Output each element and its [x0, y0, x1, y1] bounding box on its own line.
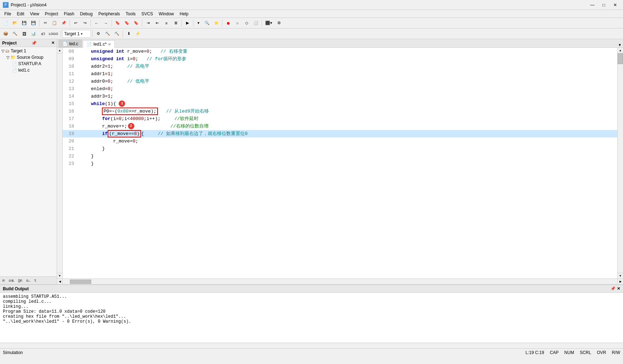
- tab-led1c[interactable]: 📄 led1.c* ✕: [83, 40, 115, 48]
- dropdown-btn[interactable]: ▾: [195, 19, 202, 27]
- flash-btn[interactable]: ⚡: [134, 30, 142, 38]
- align-btn[interactable]: ≡: [162, 19, 171, 27]
- proj-btn4[interactable]: 📊: [29, 30, 38, 38]
- scroll-up-btn[interactable]: ▲: [57, 48, 62, 53]
- bookmark3-btn[interactable]: 🔖: [132, 19, 140, 27]
- run-btn[interactable]: ▶: [183, 19, 192, 27]
- nav-back-btn[interactable]: ←: [92, 19, 101, 27]
- paste-btn[interactable]: 📌: [60, 19, 68, 27]
- target-opts-btn[interactable]: ⚙: [94, 30, 103, 38]
- minimize-button[interactable]: —: [587, 1, 597, 9]
- menu-svcs[interactable]: SVCS: [139, 10, 156, 18]
- new-file-btn[interactable]: 📄: [1, 19, 10, 27]
- fn-pane-btn[interactable]: {}F.: [17, 276, 24, 285]
- menu-debug[interactable]: Debug: [77, 10, 96, 18]
- line-number: 16: [63, 108, 77, 115]
- outdent-btn[interactable]: ⇤: [153, 19, 161, 27]
- cut-btn[interactable]: ✂: [41, 19, 50, 27]
- build-output-title: Build Output: [3, 286, 29, 291]
- hscroll-thumb[interactable]: [70, 280, 91, 284]
- maximize-button[interactable]: □: [599, 1, 609, 9]
- download-btn[interactable]: ⬇: [124, 30, 133, 38]
- build-all-btn[interactable]: 🔨: [113, 30, 121, 38]
- bookmark2-btn[interactable]: 🔖: [123, 19, 131, 27]
- menu-peripherals[interactable]: Peripherals: [96, 10, 123, 18]
- table-row: 08 unsigned int r_move=0; // 右移变量: [63, 48, 617, 55]
- proj-btn5[interactable]: 🏷: [38, 30, 47, 38]
- find-btn[interactable]: 🔍: [203, 19, 211, 27]
- build-target-btn[interactable]: 🔨: [103, 30, 112, 38]
- project-pin-btn[interactable]: 📌: [31, 41, 37, 46]
- code-line-17: for(i=0;i<40000;i++); //软件延时: [77, 115, 617, 123]
- bookmark1-btn[interactable]: 🔖: [113, 19, 122, 27]
- stop-btn[interactable]: ◇: [242, 19, 251, 27]
- hscroll-left-btn[interactable]: ◀: [57, 279, 63, 285]
- build-pin-btn[interactable]: 📌: [611, 286, 616, 291]
- proj-btn3[interactable]: 🖼: [20, 30, 29, 38]
- table-row: 18 r_move++;2 //右移的位数自增: [63, 123, 617, 130]
- build-line-4: Program Size: data=11.0 xdata=0 code=120: [3, 309, 620, 314]
- table-row: 22 }: [63, 152, 617, 160]
- tab-led1c-close[interactable]: ✕: [108, 42, 111, 46]
- proj-btn6[interactable]: LOGO: [48, 30, 59, 38]
- tree-item-startup[interactable]: 📄 STARTUP.A: [1, 61, 56, 67]
- tree-item-led1[interactable]: 📄 led1.c: [1, 67, 56, 73]
- copy-btn[interactable]: 📋: [50, 19, 59, 27]
- menu-flash[interactable]: Flash: [61, 10, 77, 18]
- layout-btn[interactable]: ⬛▾: [263, 19, 274, 27]
- menu-project[interactable]: Project: [42, 10, 61, 18]
- record-btn[interactable]: ⏺: [224, 19, 232, 27]
- tab-scroll-btn[interactable]: ▾: [619, 42, 623, 47]
- build-header-buttons: 📌 ✕: [611, 286, 620, 291]
- scroll-up-right-btn[interactable]: ▲: [618, 48, 623, 53]
- tree-item-target[interactable]: ▽ 🗂 Target 1: [1, 48, 56, 54]
- settings-btn[interactable]: ⚙: [275, 19, 283, 27]
- indent-btn[interactable]: ⇥: [144, 19, 152, 27]
- tabs-bar: 📄 led.c 📄 led1.c* ✕ ▾: [57, 39, 623, 48]
- line-number: 15: [63, 100, 77, 108]
- menu-tools[interactable]: Tools: [123, 10, 139, 18]
- hscroll-right-btn[interactable]: ▶: [617, 279, 623, 285]
- scroll-down-right-btn[interactable]: ▼: [618, 273, 623, 279]
- sep4: [112, 20, 112, 27]
- bk-pane-btn[interactable]: ⊙B.: [7, 276, 16, 285]
- format-btn[interactable]: ≣: [171, 19, 180, 27]
- circle-btn[interactable]: ○: [233, 19, 242, 27]
- line-number: 19: [63, 130, 77, 137]
- proj-btn2[interactable]: 🔨: [11, 30, 19, 38]
- proj-pane-btn[interactable]: P.: [1, 276, 6, 285]
- close-button[interactable]: ✕: [610, 1, 620, 9]
- redo-btn[interactable]: ↪: [81, 19, 89, 27]
- nav-fwd-btn[interactable]: →: [102, 19, 110, 27]
- temp-pane-btn[interactable]: 0↓.: [25, 276, 32, 285]
- tree-item-source-group[interactable]: ▽ 📁 Source Group: [1, 54, 56, 61]
- menu-view[interactable]: View: [27, 10, 42, 18]
- menu-window[interactable]: Window: [156, 10, 177, 18]
- status-simulation: Simulation: [3, 350, 23, 355]
- code-line-23: }: [77, 160, 617, 167]
- table-row: 20 r_move=0;: [63, 137, 617, 145]
- code-editor[interactable]: 08 unsigned int r_move=0; // 右移变量 09 uns…: [63, 48, 617, 279]
- proj-btn1[interactable]: 📦: [1, 30, 10, 38]
- save-btn[interactable]: 💾: [20, 19, 29, 27]
- line-number: 11: [63, 70, 77, 78]
- build-close-btn[interactable]: ✕: [617, 286, 620, 291]
- t-pane-btn[interactable]: T.: [33, 276, 38, 285]
- sep6: [181, 20, 182, 27]
- menu-help[interactable]: Help: [177, 10, 191, 18]
- scroll-thumb[interactable]: [618, 53, 623, 64]
- project-close-btn[interactable]: ✕: [51, 41, 55, 45]
- menu-edit[interactable]: Edit: [14, 10, 27, 18]
- tab-ledc[interactable]: 📄 led.c: [58, 40, 82, 47]
- code-line-20: r_move=0;: [77, 137, 617, 145]
- save-all-btn[interactable]: 💾: [29, 19, 38, 27]
- target-dropdown[interactable]: Target 1 ▾: [62, 30, 91, 38]
- more-btn[interactable]: ⬜: [252, 19, 260, 27]
- table-row: 21 }: [63, 145, 617, 152]
- scroll-down-btn[interactable]: ▼: [57, 273, 62, 279]
- star-btn[interactable]: ⭐: [212, 19, 221, 27]
- open-btn[interactable]: 📂: [11, 19, 19, 27]
- undo-btn[interactable]: ↩: [71, 19, 80, 27]
- menu-file[interactable]: File: [1, 10, 14, 18]
- table-row: 17 for(i=0;i<40000;i++); //软件延时: [63, 115, 617, 123]
